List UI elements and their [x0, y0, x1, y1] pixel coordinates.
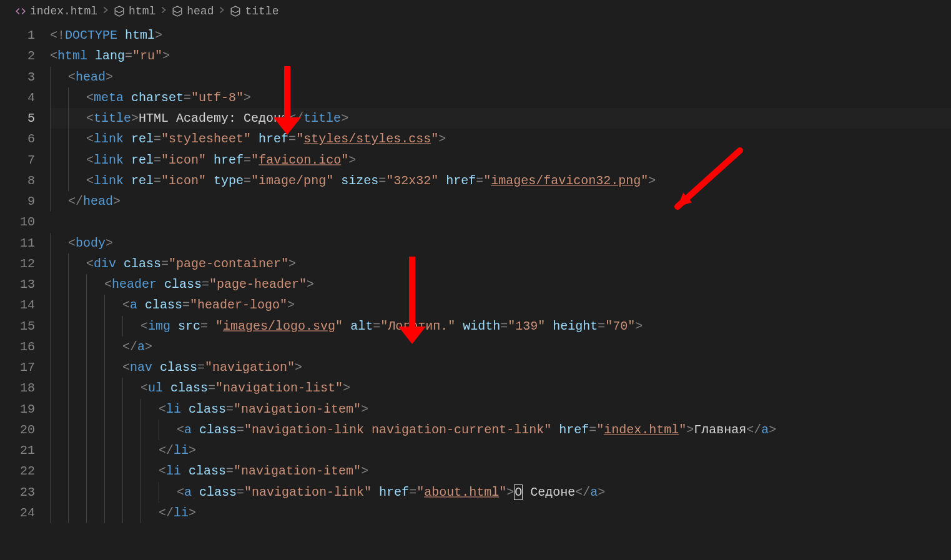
code-line[interactable]: <img src= "images/logo.svg" alt="Логотип…: [50, 316, 951, 336]
code-line[interactable]: <!DOCTYPE html>: [50, 25, 951, 46]
code-line[interactable]: <link rel="icon" type="image/png" sizes=…: [50, 170, 951, 191]
line-number[interactable]: 21: [0, 440, 50, 461]
code-line[interactable]: <title>HTML Academy: Седона</title>: [50, 108, 951, 129]
line-number[interactable]: 14: [0, 295, 50, 315]
line-number[interactable]: 22: [0, 461, 50, 481]
code-content[interactable]: <!DOCTYPE html><html lang="ru"><head><me…: [50, 22, 951, 560]
line-number[interactable]: 1: [0, 25, 50, 46]
code-line[interactable]: <link rel="stylesheet" href="styles/styl…: [50, 129, 951, 149]
breadcrumb-item-title[interactable]: title: [230, 5, 278, 17]
code-line[interactable]: <link rel="icon" href="favicon.ico">: [50, 150, 951, 170]
line-number[interactable]: 2: [0, 46, 50, 66]
line-number[interactable]: 24: [0, 503, 50, 523]
line-number[interactable]: 4: [0, 87, 50, 108]
breadcrumb-label: index.html: [30, 5, 97, 17]
breadcrumb-label: head: [187, 5, 214, 17]
breadcrumb: index.html html head title: [0, 0, 951, 22]
code-line[interactable]: <body>: [50, 233, 951, 253]
line-number[interactable]: 20: [0, 420, 50, 440]
symbol-struct-icon: [230, 6, 241, 17]
code-line[interactable]: <a class="navigation-link" href="about.h…: [50, 482, 951, 503]
line-number[interactable]: 8: [0, 170, 50, 191]
code-line[interactable]: <li class="navigation-item">: [50, 399, 951, 420]
line-number[interactable]: 6: [0, 129, 50, 149]
breadcrumb-item-file[interactable]: index.html: [15, 5, 97, 17]
breadcrumb-item-head[interactable]: head: [172, 5, 214, 17]
code-line[interactable]: <head>: [50, 67, 951, 87]
line-number[interactable]: 19: [0, 399, 50, 420]
line-number[interactable]: 12: [0, 253, 50, 274]
code-line[interactable]: <header class="page-header">: [50, 274, 951, 295]
line-number[interactable]: 10: [0, 212, 50, 232]
code-line[interactable]: <a class="navigation-link navigation-cur…: [50, 420, 951, 440]
breadcrumb-label: html: [129, 5, 155, 17]
code-line[interactable]: <ul class="navigation-list">: [50, 378, 951, 398]
code-line[interactable]: </li>: [50, 440, 951, 461]
code-line[interactable]: <div class="page-container">: [50, 253, 951, 274]
chevron-right-icon: [217, 5, 226, 17]
code-line[interactable]: </li>: [50, 503, 951, 523]
line-number[interactable]: 15: [0, 316, 50, 336]
code-line[interactable]: [50, 212, 951, 232]
code-line[interactable]: <nav class="navigation">: [50, 357, 951, 378]
breadcrumb-label: title: [245, 5, 278, 17]
symbol-struct-icon: [172, 6, 183, 17]
line-number[interactable]: 13: [0, 274, 50, 295]
chevron-right-icon: [101, 5, 110, 17]
chevron-right-icon: [159, 5, 168, 17]
code-line[interactable]: <meta charset="utf-8">: [50, 87, 951, 108]
editor-root: index.html html head title: [0, 0, 951, 560]
code-line[interactable]: </a>: [50, 336, 951, 357]
line-number[interactable]: 5: [0, 108, 50, 129]
code-line[interactable]: </head>: [50, 191, 951, 212]
symbol-struct-icon: [114, 6, 125, 17]
line-number[interactable]: 11: [0, 233, 50, 253]
line-number[interactable]: 7: [0, 150, 50, 170]
line-number[interactable]: 23: [0, 482, 50, 503]
line-number[interactable]: 18: [0, 378, 50, 398]
code-file-icon: [15, 6, 26, 17]
breadcrumb-item-html[interactable]: html: [114, 5, 155, 17]
code-editor[interactable]: 123456789101112131415161718192021222324 …: [0, 22, 951, 560]
line-number[interactable]: 3: [0, 67, 50, 87]
line-number-gutter[interactable]: 123456789101112131415161718192021222324: [0, 22, 50, 560]
code-line[interactable]: <li class="navigation-item">: [50, 461, 951, 481]
code-line[interactable]: <html lang="ru">: [50, 46, 951, 66]
line-number[interactable]: 17: [0, 357, 50, 378]
line-number[interactable]: 9: [0, 191, 50, 212]
line-number[interactable]: 16: [0, 336, 50, 357]
code-line[interactable]: <a class="header-logo">: [50, 295, 951, 315]
